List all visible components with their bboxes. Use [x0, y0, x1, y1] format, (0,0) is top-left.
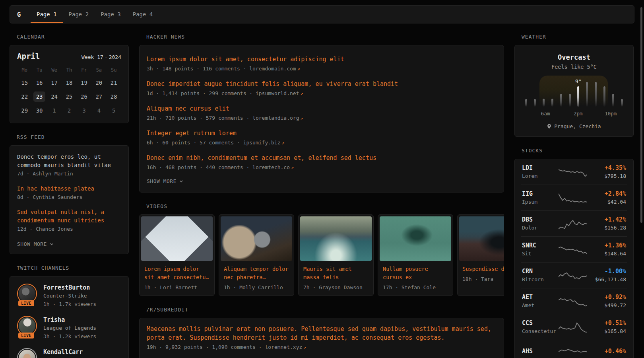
external-link-icon[interactable]: ↗	[290, 165, 294, 170]
calendar-year: 2024	[109, 54, 121, 60]
calendar-date-2[interactable]: 2	[63, 105, 75, 116]
hacker-news-item-title[interactable]: Donec enim nibh, condimentum et accumsan…	[147, 154, 497, 162]
hacker-news-item-title[interactable]: Integer eget rutrum lorem	[147, 129, 497, 138]
stock-ticker[interactable]: AET	[522, 293, 559, 302]
video-card[interactable]: Mauris sit amet massa felis7h · Grayson …	[298, 214, 374, 296]
scrollbar-thumb[interactable]	[640, 7, 642, 223]
external-link-icon[interactable]: ↗	[302, 344, 306, 350]
stock-ticker[interactable]: IIG	[522, 189, 559, 198]
stock-ticker[interactable]: LDI	[522, 163, 559, 172]
calendar-date-3[interactable]: 3	[78, 105, 90, 116]
stock-row[interactable]: AETAmet+0.92%$499.72	[521, 288, 627, 314]
stock-sparkline	[559, 294, 587, 308]
tab-page-3[interactable]: Page 3	[95, 6, 127, 23]
calendar-date-21[interactable]: 21	[108, 78, 120, 88]
twitch-card: LIVEForrestBurtonCounter-Strike1h · 1.7k…	[10, 276, 129, 358]
video-thumbnail[interactable]	[380, 216, 451, 261]
avatar	[17, 348, 37, 358]
calendar-date-30[interactable]: 30	[33, 105, 45, 116]
calendar-date-25[interactable]: 25	[63, 91, 75, 102]
calendar-month: April	[17, 52, 40, 60]
rss-item-title[interactable]: Donec tempor eros leo, ut commodo mauris…	[17, 153, 121, 169]
twitch-channel-game: Counter-Strike	[43, 292, 96, 300]
rss-show-more-button[interactable]: SHOW MORE	[17, 241, 54, 247]
hn-show-more-button[interactable]: SHOW MORE	[147, 178, 183, 184]
calendar-date-15[interactable]: 15	[19, 78, 31, 88]
stock-ticker[interactable]: AHS	[522, 347, 559, 356]
video-meta: 1h · Molly Carrillo	[224, 283, 289, 292]
stock-row[interactable]: LDILorem+4.35%$795.18	[521, 159, 627, 185]
calendar-date-1[interactable]: 1	[48, 105, 60, 116]
stock-ticker[interactable]: SNRC	[522, 241, 559, 250]
twitch-channel-row[interactable]: LIVEForrestBurtonCounter-Strike1h · 1.7k…	[17, 284, 121, 308]
video-thumbnail[interactable]	[300, 216, 372, 261]
stock-ticker[interactable]: CCS	[522, 319, 559, 327]
tab-page-4[interactable]: Page 4	[127, 6, 159, 23]
video-card[interactable]: Aliquam tempor dolor nec pharetra…1h · M…	[219, 214, 294, 296]
video-meta: 17h · Stefan Cole	[383, 283, 448, 292]
twitch-channel-row[interactable]: KendallCarr	[17, 348, 121, 358]
rss-item-title[interactable]: Sed volutpat nulla nisl, a condimentum n…	[17, 208, 121, 225]
hacker-news-item-meta: 3h · 148 points · 116 comments · loremdo…	[147, 64, 497, 73]
stock-row[interactable]: CCSConsectetur+0.51%$165.84	[521, 314, 627, 340]
rss-item: Donec tempor eros leo, ut commodo mauris…	[17, 153, 121, 178]
video-title[interactable]: Nullam posuere cursus ex	[383, 265, 448, 282]
tab-page-1[interactable]: Page 1	[31, 6, 63, 23]
calendar-date-22[interactable]: 22	[19, 91, 31, 102]
calendar-date-5[interactable]: 5	[108, 105, 120, 116]
external-link-icon[interactable]: ↗	[299, 115, 303, 121]
section-title-twitch: TWITCH CHANNELS	[17, 265, 129, 271]
twitch-channel-name[interactable]: KendallCarr	[43, 348, 83, 356]
weather-feels-like: Feels like 5°C	[522, 64, 626, 70]
weather-hour-bar	[525, 99, 527, 107]
twitch-channel-name[interactable]: ForrestBurton	[43, 284, 96, 292]
stock-row[interactable]: CRNBitcorn-1.00%$66,171.48	[521, 262, 627, 288]
calendar-date-24[interactable]: 24	[48, 91, 60, 102]
calendar-date-4[interactable]: 4	[93, 105, 105, 116]
twitch-channel-game: League of Legends	[43, 324, 96, 332]
video-title[interactable]: Lorem ipsum dolor sit amet consectetu…	[144, 265, 209, 282]
video-card[interactable]: Lorem ipsum dolor sit amet consectetu…1h…	[139, 214, 215, 296]
calendar-date-27[interactable]: 27	[93, 91, 105, 102]
calendar-date-16[interactable]: 16	[33, 78, 45, 88]
hacker-news-item-title[interactable]: Donec imperdiet augue tincidunt felis al…	[147, 80, 497, 88]
stock-values: +2.84%$42.04	[590, 189, 626, 206]
calendar-date-18[interactable]: 18	[63, 78, 75, 88]
external-link-icon[interactable]: ↗	[299, 91, 303, 96]
calendar-date-23[interactable]: 23	[33, 91, 45, 102]
external-link-icon[interactable]: ↗	[296, 66, 300, 72]
video-thumbnail[interactable]	[221, 216, 292, 261]
stock-row[interactable]: DBSDolor+1.42%$156.28	[521, 210, 627, 236]
calendar-date-20[interactable]: 20	[93, 78, 105, 88]
video-card[interactable]: Nullam posuere cursus ex17h · Stefan Col…	[378, 214, 453, 296]
calendar-date-19[interactable]: 19	[78, 78, 90, 88]
stock-ticker[interactable]: CRN	[522, 267, 559, 276]
calendar-date-26[interactable]: 26	[78, 91, 90, 102]
subreddit-widget: /R/SUBREDDIT Maecenas mollis pulvinar er…	[139, 307, 504, 358]
stock-row[interactable]: SNRCSit+1.36%$148.64	[521, 236, 627, 262]
twitch-channel-row[interactable]: LIVETrishaLeague of Legends3h · 1.2k vie…	[17, 316, 121, 340]
video-title[interactable]: Suspendisse diam	[462, 265, 504, 273]
stock-ticker[interactable]: DBS	[522, 215, 559, 224]
video-card[interactable]: Suspendisse diam18h · Tara	[457, 214, 504, 296]
calendar-date-28[interactable]: 28	[108, 91, 120, 102]
hacker-news-item-list: Lorem ipsum dolor sit amet, consectetur …	[147, 50, 497, 173]
tab-page-2[interactable]: Page 2	[63, 6, 95, 23]
rss-item-title[interactable]: In hac habitasse platea	[17, 185, 121, 193]
logo[interactable]: G	[10, 6, 28, 23]
video-title[interactable]: Mauris sit amet massa felis	[303, 265, 369, 282]
stock-row[interactable]: IIGIpsum+2.84%$42.04	[521, 185, 627, 210]
weather-location: Prague, Czechia	[522, 123, 626, 129]
external-link-icon[interactable]: ↗	[281, 140, 285, 146]
stock-row[interactable]: AHS+0.46%	[521, 340, 627, 358]
video-thumbnail[interactable]	[459, 216, 504, 261]
video-thumbnail[interactable]	[141, 216, 213, 261]
subreddit-post-title[interactable]: Maecenas mollis pulvinar erat non posuer…	[147, 325, 497, 342]
calendar-date-17[interactable]: 17	[48, 78, 60, 88]
stock-sparkline	[559, 165, 587, 179]
hacker-news-item-title[interactable]: Lorem ipsum dolor sit amet, consectetur …	[147, 55, 497, 64]
hacker-news-item-title[interactable]: Aliquam nec cursus elit	[147, 104, 497, 113]
video-title[interactable]: Aliquam tempor dolor nec pharetra…	[224, 265, 289, 282]
twitch-channel-name[interactable]: Trisha	[43, 316, 96, 324]
calendar-date-29[interactable]: 29	[19, 105, 31, 116]
